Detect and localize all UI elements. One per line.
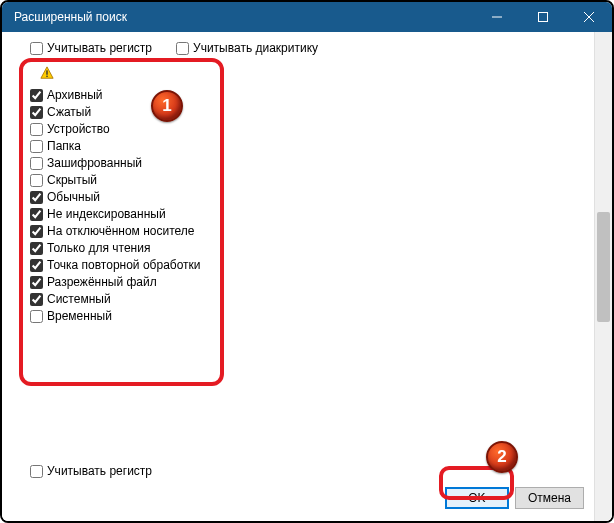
checkbox-input[interactable]: [30, 242, 43, 255]
attribute-row[interactable]: Устройство: [30, 122, 584, 136]
attribute-row[interactable]: Временный: [30, 309, 584, 323]
checkbox-case-sensitive-top[interactable]: Учитывать регистр: [30, 41, 152, 55]
checkbox-input[interactable]: [176, 42, 189, 55]
attribute-row[interactable]: Архивный: [30, 88, 584, 102]
svg-rect-6: [46, 76, 47, 77]
attributes-list: АрхивныйСжатыйУстройствоПапкаЗашифрованн…: [22, 83, 584, 332]
ok-button[interactable]: OK: [445, 487, 509, 509]
checkbox-label: Не индексированный: [47, 207, 166, 221]
scrollbar-thumb[interactable]: [597, 212, 610, 322]
attribute-row[interactable]: Зашифрованный: [30, 156, 584, 170]
checkbox-input[interactable]: [30, 310, 43, 323]
vertical-scrollbar[interactable]: [594, 32, 612, 521]
checkbox-label: На отключённом носителе: [47, 224, 194, 238]
annotation-callout-2: 2: [486, 441, 518, 473]
checkbox-input[interactable]: [30, 174, 43, 187]
checkbox-input[interactable]: [30, 225, 43, 238]
attribute-row[interactable]: На отключённом носителе: [30, 224, 584, 238]
dialog-buttons: OK Отмена: [445, 487, 584, 509]
window-frame: Расширенный поиск Учитывать регистр: [0, 0, 614, 523]
checkbox-label: Папка: [47, 139, 81, 153]
attribute-row[interactable]: Только для чтения: [30, 241, 584, 255]
checkbox-label: Учитывать регистр: [47, 464, 152, 478]
checkbox-input[interactable]: [30, 259, 43, 272]
titlebar: Расширенный поиск: [2, 2, 612, 32]
checkbox-label: Зашифрованный: [47, 156, 142, 170]
top-options-row: Учитывать регистр Учитывать диакритику: [22, 38, 584, 66]
titlebar-buttons: [474, 2, 612, 32]
checkbox-label: Учитывать диакритику: [193, 41, 318, 55]
svg-rect-5: [46, 70, 47, 74]
checkbox-input[interactable]: [30, 42, 43, 55]
checkbox-label: Системный: [47, 292, 111, 306]
attribute-row[interactable]: Папка: [30, 139, 584, 153]
checkbox-label: Точка повторной обработки: [47, 258, 201, 272]
close-button[interactable]: [566, 2, 612, 32]
checkbox-label: Архивный: [47, 88, 103, 102]
checkbox-label: Устройство: [47, 122, 110, 136]
attribute-row[interactable]: Скрытый: [30, 173, 584, 187]
maximize-button[interactable]: [520, 2, 566, 32]
cancel-button[interactable]: Отмена: [515, 487, 584, 509]
checkbox-label: Учитывать регистр: [47, 41, 152, 55]
content-area: Учитывать регистр Учитывать диакритику А…: [2, 32, 612, 521]
attribute-row[interactable]: Не индексированный: [30, 207, 584, 221]
attribute-row[interactable]: Сжатый: [30, 105, 584, 119]
window-title: Расширенный поиск: [14, 10, 474, 24]
checkbox-input[interactable]: [30, 89, 43, 102]
checkbox-label: Скрытый: [47, 173, 97, 187]
checkbox-diacritics[interactable]: Учитывать диакритику: [176, 41, 318, 55]
checkbox-input[interactable]: [30, 191, 43, 204]
checkbox-input[interactable]: [30, 293, 43, 306]
attribute-row[interactable]: Точка повторной обработки: [30, 258, 584, 272]
checkbox-label: Временный: [47, 309, 112, 323]
checkbox-label: Только для чтения: [47, 241, 150, 255]
attribute-row[interactable]: Системный: [30, 292, 584, 306]
checkbox-input[interactable]: [30, 106, 43, 119]
checkbox-input[interactable]: [30, 465, 43, 478]
checkbox-input[interactable]: [30, 140, 43, 153]
checkbox-input[interactable]: [30, 276, 43, 289]
checkbox-label: Обычный: [47, 190, 100, 204]
attribute-row[interactable]: Обычный: [30, 190, 584, 204]
minimize-button[interactable]: [474, 2, 520, 32]
svg-rect-1: [539, 13, 548, 22]
annotation-callout-1: 1: [151, 90, 183, 122]
checkbox-input[interactable]: [30, 123, 43, 136]
checkbox-case-sensitive-bottom[interactable]: Учитывать регистр: [30, 464, 152, 478]
checkbox-label: Разрежённый файл: [47, 275, 157, 289]
warning-icon: [40, 66, 54, 80]
checkbox-input[interactable]: [30, 208, 43, 221]
checkbox-label: Сжатый: [47, 105, 91, 119]
checkbox-input[interactable]: [30, 157, 43, 170]
attribute-row[interactable]: Разрежённый файл: [30, 275, 584, 289]
